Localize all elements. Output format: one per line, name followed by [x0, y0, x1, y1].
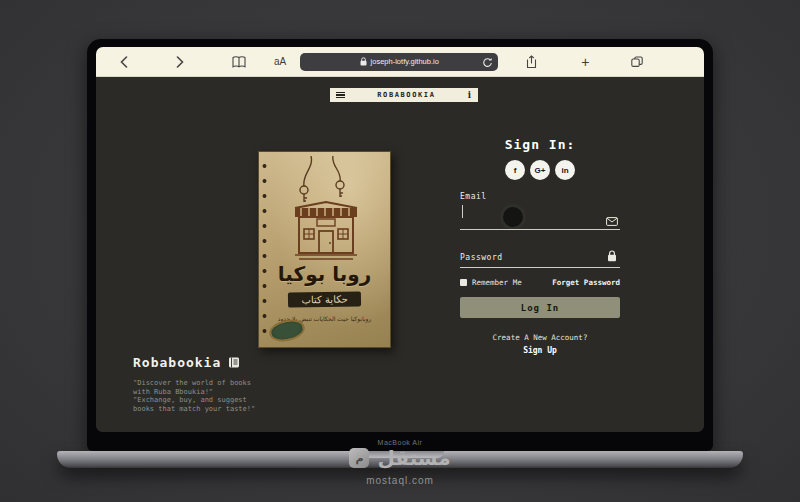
password-lock-icon [607, 247, 617, 266]
tab-overview-icon[interactable] [631, 56, 643, 67]
brand-quotes: "Discover the world of books with Ruba B… [133, 379, 323, 413]
envelope-icon [606, 211, 618, 230]
watermark-name: مستقل [377, 446, 450, 470]
password-input[interactable] [460, 267, 620, 268]
facebook-icon[interactable]: f [505, 160, 525, 180]
site-title: Robabookia [133, 355, 221, 370]
email-input[interactable] [460, 229, 620, 230]
keys-doodle [281, 156, 371, 204]
info-icon[interactable]: i [468, 90, 471, 100]
site-brand: ROBABOOKIA [345, 91, 468, 99]
email-caret [462, 205, 463, 218]
book-cover-image: روبا بوكيا حكاية كتاب روبابوكيا حيث الحك… [258, 151, 391, 348]
signin-form: Sign In: f G+ in Email Password [460, 137, 620, 367]
watermark: م مستقل mostaql.com [0, 446, 800, 486]
forget-password-link[interactable]: Forget Password [552, 278, 620, 287]
device-label: MacBook Air [87, 439, 713, 446]
cover-subtitle-band: حكاية كتاب [288, 291, 362, 307]
remember-me-checkbox[interactable] [460, 279, 467, 286]
email-circle-decoration [500, 204, 526, 230]
social-login-row: f G+ in [460, 160, 620, 180]
reader-button[interactable]: aA [274, 56, 286, 67]
cover-arabic-title: روبا بوكيا [259, 262, 390, 286]
password-label: Password [460, 253, 503, 262]
mostaql-logo: م [349, 448, 369, 468]
book-icon [228, 357, 240, 368]
brand-block: Robabookia "Discover the world of books … [133, 355, 323, 413]
login-button[interactable]: Log In [460, 297, 620, 318]
desktop-background: aA joseph-lotfy.github.io + [0, 0, 800, 502]
screen: aA joseph-lotfy.github.io + [96, 47, 704, 432]
google-plus-icon[interactable]: G+ [530, 160, 550, 180]
site-navbar: ROBABOOKIA i [330, 88, 478, 102]
webpage: ROBABOOKIA i [96, 77, 704, 432]
watermark-domain: mostaql.com [0, 475, 800, 486]
shop-illustration [287, 200, 365, 262]
address-bar[interactable]: joseph-lotfy.github.io [300, 53, 498, 71]
reading-list-icon[interactable] [232, 56, 246, 68]
create-account-text: Create A New Account? [460, 333, 620, 342]
signin-heading: Sign In: [460, 137, 620, 152]
quote-line: "Discover the world of books [133, 379, 323, 388]
new-tab-button[interactable]: + [581, 55, 589, 69]
quote-line: with Ruba Bboukia!" [133, 388, 323, 397]
quote-line: "Exchange, buy, and suggest [133, 396, 323, 405]
linkedin-icon[interactable]: in [555, 160, 575, 180]
menu-icon[interactable] [336, 92, 345, 99]
macbook-frame: aA joseph-lotfy.github.io + [87, 39, 713, 451]
browser-toolbar: aA joseph-lotfy.github.io + [96, 47, 704, 77]
remember-me-label: Remember Me [472, 278, 522, 287]
remember-me-row: Remember Me [460, 278, 522, 287]
share-icon[interactable] [526, 55, 537, 69]
lock-icon [360, 57, 367, 66]
email-label: Email [460, 192, 487, 201]
cover-binding-dots [261, 162, 268, 337]
reload-icon[interactable] [482, 57, 493, 70]
back-button[interactable] [120, 56, 128, 68]
signup-link[interactable]: Sign Up [460, 346, 620, 355]
forward-button[interactable] [176, 56, 184, 68]
url-text: joseph-lotfy.github.io [371, 57, 439, 66]
quote-line: books that match your taste!" [133, 405, 323, 414]
